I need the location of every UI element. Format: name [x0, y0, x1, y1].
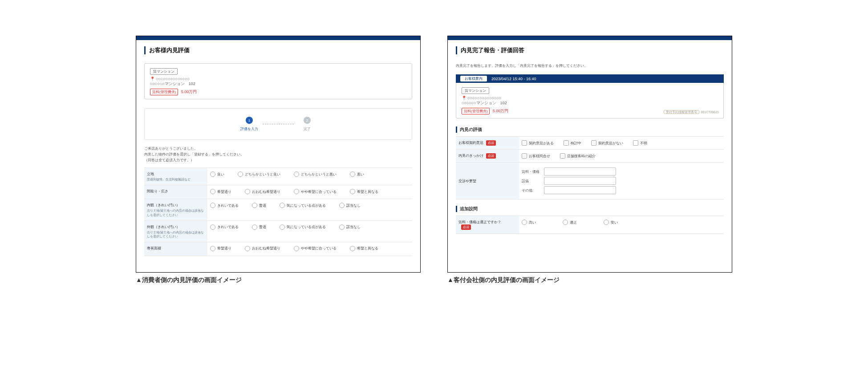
radio-option[interactable]: 希望と異なる	[350, 246, 378, 251]
step-1-dot: 1	[246, 117, 253, 124]
form-row: 交渉や要望 賃料・価格 設備 その他	[456, 163, 724, 200]
radio-option[interactable]: 安い	[604, 220, 618, 225]
radio-option[interactable]: 気になっている点がある	[280, 203, 326, 208]
checkbox-option[interactable]: 店舗接客時の紹介	[560, 153, 596, 159]
radio-option[interactable]: おおむね希望通り	[245, 189, 280, 194]
property-card: 賃マンション 📍○○○○○○○○○○○○○○ ○○○○○○マンション 102 賃…	[456, 83, 724, 118]
radio-option[interactable]: きれいである	[210, 225, 239, 230]
radio-option[interactable]: 普通	[252, 203, 266, 208]
right-caption: ▲客付会社側の内見評価の画面イメージ	[447, 276, 732, 284]
rent-value: 5.00万円	[493, 109, 509, 113]
required-badge: 必須	[486, 140, 496, 146]
step-1-label: 評価を入力	[240, 127, 258, 131]
radio-option[interactable]: 悪い	[350, 172, 364, 177]
form-row: お客様契約意思必須 契約意思がある 検討中 契約意思がない 不明	[456, 137, 724, 150]
checkbox-option[interactable]: 不明	[633, 140, 647, 146]
step-2-label: 完了	[304, 127, 311, 131]
map-pin-icon: 📍	[150, 77, 155, 81]
property-address: ○○○○○○○○○○○○○○	[156, 77, 190, 81]
radio-option[interactable]: 良い	[210, 172, 224, 177]
property-address: ○○○○○○○○○○○○○○	[467, 96, 501, 100]
consumer-evaluation-panel: お客様内見評価 賃マンション 📍○○○○○○○○○○○○○○ ○○○○○○マンシ…	[136, 36, 421, 273]
agent-eval-form: お客様契約意思必須 契約意思がある 検討中 契約意思がない 不明 内見のきっかけ…	[456, 136, 724, 200]
banner-badge: お客様案内	[460, 76, 487, 82]
rent-label-tag: 賃料(管理費含)	[150, 89, 178, 95]
agent-report-panel: 内見完了報告・評価回答 内見完了を報告します。評価を入力し「内見完了を報告する」…	[447, 36, 732, 273]
radio-option[interactable]: 普通	[252, 225, 266, 230]
evaluation-form: 立地交通利便性、生活利便施設など 良い どちらかというと良い どちらかというと悪…	[144, 167, 412, 256]
radio-option[interactable]: 高い	[522, 220, 536, 225]
checkbox-option[interactable]: 検討中	[564, 140, 581, 146]
property-building: ○○○○○○マンション 102	[462, 100, 718, 106]
radio-option[interactable]: 希望通り	[210, 189, 231, 194]
radio-option[interactable]: 希望通り	[210, 246, 231, 251]
property-type-tag: 賃マンション	[150, 68, 178, 75]
negotiation-price-input[interactable]	[544, 167, 616, 176]
radio-option[interactable]: きれいである	[210, 203, 239, 208]
form-row: 内観（きれい/汚い）売り土地/貸土地への内見の場合は該当なしを選択してください …	[144, 199, 412, 220]
reservation-number: 受付予約情報管理番号001CT00021	[664, 110, 719, 114]
radio-option[interactable]: やや希望に合っている	[294, 246, 337, 251]
step-connector	[263, 124, 294, 125]
page-title: お客様内見評価	[144, 46, 412, 54]
required-badge: 必須	[461, 225, 471, 230]
checkbox-option[interactable]: 契約意思がない	[591, 140, 623, 146]
radio-option[interactable]: どちらかというと良い	[238, 172, 280, 177]
rent-value: 5.00万円	[181, 90, 197, 94]
left-caption: ▲消費者側の内見評価の画面イメージ	[136, 276, 421, 284]
top-bar	[448, 36, 732, 40]
radio-option[interactable]: やや希望に合っている	[294, 189, 337, 194]
radio-option[interactable]: 該当なし	[339, 225, 361, 230]
map-pin-icon: 📍	[462, 96, 466, 100]
radio-option[interactable]: どちらかというと悪い	[294, 172, 337, 177]
negotiation-equipment-input[interactable]	[544, 177, 616, 185]
section-header-additional: 追加設問	[456, 206, 724, 212]
checkbox-option[interactable]: 契約意思がある	[522, 140, 554, 146]
progress-stepper: 1 評価を入力 2 完了	[144, 108, 412, 140]
required-badge: 必須	[486, 153, 496, 159]
negotiation-other-input[interactable]	[544, 186, 616, 194]
form-row: 賃料・価格は適正ですか？必須 高い 適正 安い	[456, 216, 724, 234]
banner-datetime: 2023/04/12 15:40 - 16:40	[491, 77, 536, 81]
instruction-text: 内見完了を報告します。評価を入力し「内見完了を報告する」を押してください。	[456, 63, 724, 68]
additional-questions-form: 賃料・価格は適正ですか？必須 高い 適正 安い	[456, 216, 724, 234]
top-bar	[136, 36, 420, 40]
radio-option[interactable]: 希望と異なる	[350, 189, 378, 194]
property-building: ○○○○○○マンション 102	[150, 81, 406, 87]
form-row: 外観（きれい/汚い）売り土地/貸土地への内見の場合は該当なしを選択してください …	[144, 220, 412, 242]
radio-option[interactable]: おおむね希望通り	[245, 246, 280, 251]
property-type-tag: 賃マンション	[462, 87, 489, 94]
checkbox-option[interactable]: お客様問合せ	[522, 153, 550, 159]
step-2-dot: 2	[304, 117, 311, 124]
property-card: 賃マンション 📍○○○○○○○○○○○○○○ ○○○○○○マンション 102 賃…	[144, 63, 412, 99]
form-row: 間取り・広さ 希望通り おおむね希望通り やや希望に合っている 希望と異なる	[144, 185, 412, 199]
section-header-evaluation: 内見の評価	[456, 127, 724, 133]
instruction-text: ご来店ありがとうございました。 内見した物件の評価を選択し「登録する」を押してく…	[144, 146, 412, 163]
radio-option[interactable]: 適正	[563, 220, 577, 225]
form-row: 内見のきっかけ必須 お客様問合せ 店舗接客時の紹介	[456, 150, 724, 163]
schedule-banner: お客様案内 2023/04/12 15:40 - 16:40	[456, 74, 724, 83]
rent-label-tag: 賃料(管理費含)	[462, 108, 490, 114]
radio-option[interactable]: 該当なし	[339, 203, 361, 208]
form-row: 立地交通利便性、生活利便施設など 良い どちらかというと良い どちらかというと悪…	[144, 168, 412, 185]
page-title: 内見完了報告・評価回答	[456, 46, 724, 54]
form-row: 専有面積 希望通り おおむね希望通り やや希望に合っている 希望と異なる	[144, 242, 412, 256]
radio-option[interactable]: 気になっている点がある	[280, 225, 326, 230]
